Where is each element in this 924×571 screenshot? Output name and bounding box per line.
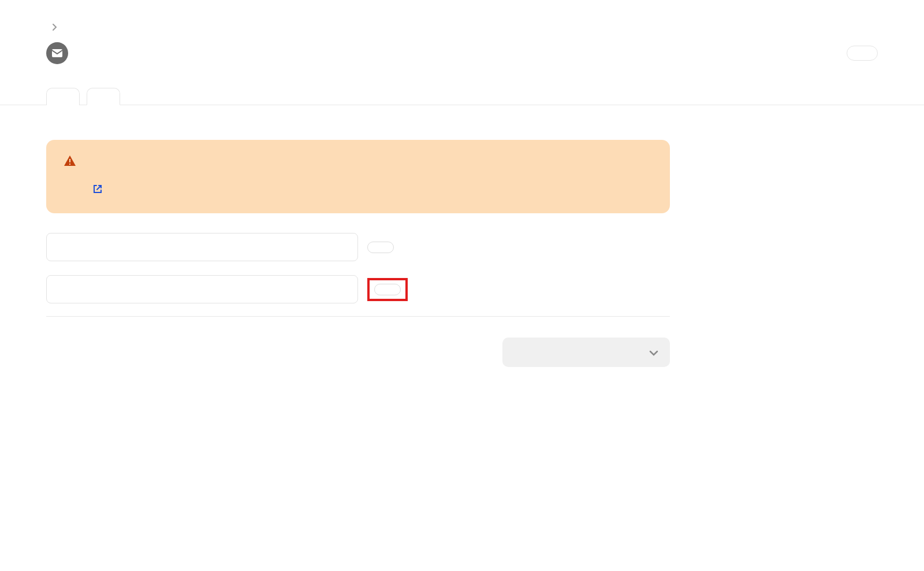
delete-channel-button[interactable] <box>847 46 878 61</box>
svg-rect-2 <box>69 164 70 165</box>
copy-forward-button[interactable] <box>374 284 401 295</box>
chevron-down-icon <box>649 346 658 359</box>
section-divider <box>46 316 670 317</box>
tab-settings[interactable] <box>87 88 120 105</box>
undo-send-select[interactable] <box>502 338 670 367</box>
breadcrumb <box>46 22 878 34</box>
edit-address-button[interactable] <box>367 242 394 253</box>
tab-routing[interactable] <box>46 88 80 105</box>
validation-alert <box>46 140 670 213</box>
external-link-icon <box>92 184 103 197</box>
tabs <box>0 87 924 105</box>
copy-highlight <box>367 278 408 301</box>
forward-input[interactable] <box>46 275 358 303</box>
view-setup-instructions-link[interactable] <box>87 184 103 197</box>
address-input[interactable] <box>46 233 358 261</box>
chevron-right-icon <box>52 22 58 34</box>
warning-icon <box>64 155 76 169</box>
mail-icon <box>46 42 68 64</box>
svg-rect-1 <box>69 159 70 162</box>
